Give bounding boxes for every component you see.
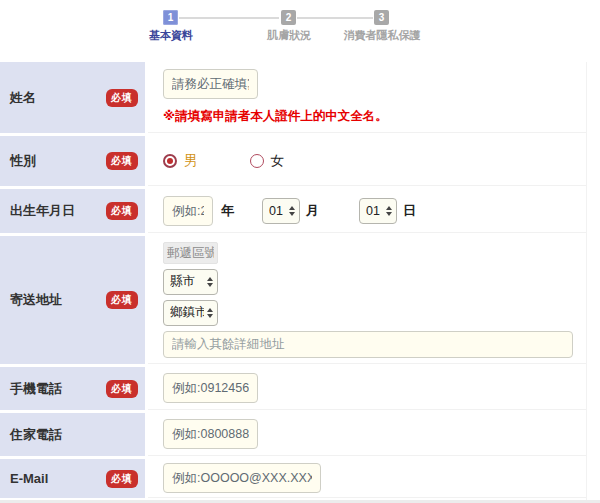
name-label-cell: 姓名 必填 bbox=[0, 62, 145, 133]
gender-label-cell: 性別 必填 bbox=[0, 136, 145, 186]
row-gender: 性別 必填 男 女 bbox=[0, 136, 586, 186]
step-1-box: 1 bbox=[163, 10, 178, 25]
basic-info-form: 姓名 必填 ※請填寫申請者本人證件上的中文全名。 性別 必填 男 女 bbox=[0, 62, 587, 501]
email-input[interactable] bbox=[163, 463, 321, 493]
required-badge: 必填 bbox=[106, 202, 138, 220]
address-content-cell: 縣市 鄉鎮市區 bbox=[148, 236, 586, 364]
required-badge: 必填 bbox=[106, 152, 138, 170]
birth-day-value: 01 bbox=[366, 204, 383, 218]
mobile-label-cell: 手機電話 必填 bbox=[0, 367, 145, 410]
street-address-input[interactable] bbox=[163, 331, 573, 358]
name-content-cell: ※請填寫申請者本人證件上的中文全名。 bbox=[148, 62, 586, 133]
row-email: E-Mail 必填 bbox=[0, 459, 586, 498]
step-connector bbox=[297, 17, 373, 19]
district-value: 鄉鎮市區 bbox=[170, 304, 204, 321]
mobile-phone-input[interactable] bbox=[163, 373, 258, 403]
male-label[interactable]: 男 bbox=[184, 152, 198, 170]
birth-year-input[interactable] bbox=[163, 196, 213, 226]
day-unit: 日 bbox=[403, 202, 416, 220]
name-note: ※請填寫申請者本人證件上的中文全名。 bbox=[163, 108, 388, 125]
home-phone-label: 住家電話 bbox=[10, 426, 62, 444]
step-3-box: 3 bbox=[374, 10, 389, 25]
mobile-content-cell bbox=[148, 367, 586, 410]
year-unit: 年 bbox=[221, 202, 234, 220]
name-input[interactable] bbox=[163, 69, 258, 99]
required-badge: 必填 bbox=[106, 291, 138, 309]
gender-content-cell: 男 女 bbox=[148, 136, 586, 186]
required-badge: 必填 bbox=[106, 470, 138, 488]
gender-label: 性別 bbox=[10, 152, 36, 170]
radio-male-icon[interactable] bbox=[163, 154, 177, 168]
select-arrows-icon bbox=[289, 206, 295, 216]
step-2-label: 肌膚狀況 bbox=[267, 28, 311, 43]
district-select[interactable]: 鄉鎮市區 bbox=[163, 300, 218, 326]
female-label[interactable]: 女 bbox=[271, 152, 285, 170]
zip-code-input[interactable] bbox=[163, 242, 218, 264]
row-mobile-phone: 手機電話 必填 bbox=[0, 367, 586, 410]
email-label: E-Mail bbox=[10, 471, 48, 486]
address-label: 寄送地址 bbox=[10, 291, 62, 309]
address-label-cell: 寄送地址 必填 bbox=[0, 236, 145, 364]
home-phone-content-cell bbox=[148, 413, 586, 456]
radio-female-icon[interactable] bbox=[250, 154, 264, 168]
city-select[interactable]: 縣市 bbox=[163, 269, 218, 295]
gender-option-female[interactable]: 女 bbox=[250, 152, 285, 170]
step-2-box: 2 bbox=[281, 10, 296, 25]
birth-month-value: 01 bbox=[269, 204, 286, 218]
email-label-cell: E-Mail 必填 bbox=[0, 459, 145, 498]
row-home-phone: 住家電話 bbox=[0, 413, 586, 456]
step-connector bbox=[179, 17, 279, 19]
birth-day-select[interactable]: 01 bbox=[359, 198, 397, 224]
birthday-label-cell: 出生年月日 必填 bbox=[0, 189, 145, 233]
gender-option-male[interactable]: 男 bbox=[163, 152, 198, 170]
mobile-label: 手機電話 bbox=[10, 380, 62, 398]
name-label: 姓名 bbox=[10, 89, 36, 107]
home-phone-input[interactable] bbox=[163, 419, 258, 449]
row-name: 姓名 必填 ※請填寫申請者本人證件上的中文全名。 bbox=[0, 62, 586, 133]
birthday-content-cell: 年 01 月 01 日 bbox=[148, 189, 586, 233]
select-arrows-icon bbox=[386, 206, 392, 216]
month-unit: 月 bbox=[306, 202, 319, 220]
progress-stepper: 1 2 3 基本資料 肌膚狀況 消費者隱私保護 bbox=[0, 8, 600, 48]
required-badge: 必填 bbox=[106, 380, 138, 398]
select-arrows-icon bbox=[207, 308, 213, 318]
city-value: 縣市 bbox=[170, 273, 204, 290]
row-birthday: 出生年月日 必填 年 01 月 01 日 bbox=[0, 189, 586, 233]
email-content-cell bbox=[148, 459, 586, 498]
select-arrows-icon bbox=[207, 277, 213, 287]
birthday-label: 出生年月日 bbox=[10, 202, 75, 220]
birth-month-select[interactable]: 01 bbox=[262, 198, 300, 224]
row-address: 寄送地址 必填 縣市 鄉鎮市區 bbox=[0, 236, 586, 364]
home-phone-label-cell: 住家電話 bbox=[0, 413, 145, 456]
step-1-label: 基本資料 bbox=[149, 28, 193, 43]
required-badge: 必填 bbox=[106, 89, 138, 107]
step-3-label: 消費者隱私保護 bbox=[344, 28, 421, 43]
